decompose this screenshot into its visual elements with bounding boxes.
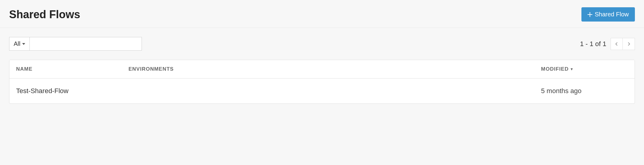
filter-dropdown-label: All [14,40,20,47]
column-header-environments[interactable]: ENVIRONMENTS [122,60,534,78]
table-header-row: NAME ENVIRONMENTS MODIFIED ▼ [9,60,635,79]
table-row[interactable]: Test-Shared-Flow 5 months ago [9,79,635,103]
filter-group: All [9,37,142,51]
sort-descending-icon: ▼ [570,67,574,71]
shared-flows-table: NAME ENVIRONMENTS MODIFIED ▼ Test-Shared… [9,60,635,104]
content-area: All 1 - 1 of 1 NAME ENVIRONMENTS [0,28,644,113]
pager-buttons [611,38,635,50]
column-header-name[interactable]: NAME [9,60,122,78]
column-header-environments-label: ENVIRONMENTS [128,66,174,72]
column-header-name-label: NAME [16,66,33,72]
next-page-button[interactable] [623,38,635,50]
search-input[interactable] [29,37,142,51]
page-header: Shared Flows Shared Flow [0,0,644,28]
toolbar: All 1 - 1 of 1 [9,37,635,51]
prev-page-button[interactable] [611,38,623,50]
cell-name: Test-Shared-Flow [9,79,122,103]
cell-modified: 5 months ago [534,79,635,103]
cell-environments [122,82,534,99]
plus-icon [587,12,592,17]
page-status: 1 - 1 of 1 [580,40,606,48]
chevron-left-icon [615,42,618,46]
chevron-right-icon [627,42,630,46]
create-shared-flow-button[interactable]: Shared Flow [581,7,635,22]
pagination: 1 - 1 of 1 [580,38,635,50]
column-header-modified[interactable]: MODIFIED ▼ [534,60,635,78]
column-header-modified-label: MODIFIED [541,66,569,72]
filter-dropdown[interactable]: All [9,37,29,51]
caret-down-icon [22,43,25,45]
create-button-label: Shared Flow [595,11,629,18]
page-title: Shared Flows [9,8,80,21]
